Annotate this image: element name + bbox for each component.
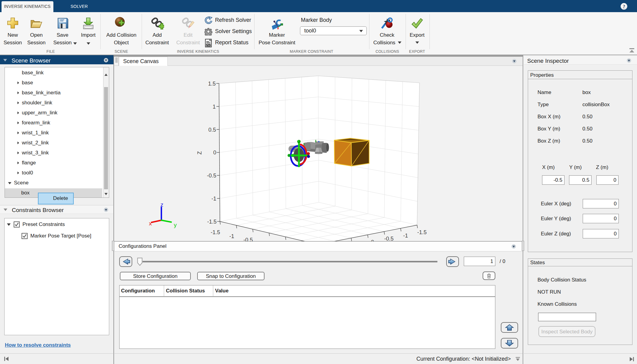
svg-text:0: 0 [213, 150, 216, 156]
svg-text:0: 0 [371, 239, 374, 241]
svg-text:1: 1 [213, 104, 216, 110]
svg-text:-1: -1 [229, 233, 234, 239]
svg-text:?: ? [623, 4, 625, 9]
svg-text:0.5: 0.5 [208, 127, 216, 133]
svg-text:-1: -1 [403, 233, 408, 239]
svg-text:-1.5: -1.5 [417, 229, 426, 235]
svg-text:-0.5: -0.5 [243, 237, 253, 241]
svg-text:z: z [160, 201, 163, 208]
svg-text:-0.5: -0.5 [384, 236, 393, 241]
svg-text:-1.5: -1.5 [211, 229, 220, 235]
svg-text:1.5: 1.5 [208, 81, 216, 87]
svg-text:x: x [149, 220, 152, 227]
svg-text:-1.5: -1.5 [207, 219, 217, 225]
svg-text:y: y [174, 222, 177, 228]
svg-text:-0.5: -0.5 [207, 173, 216, 179]
svg-text:Z: Z [197, 151, 203, 155]
svg-text:-1: -1 [211, 196, 216, 202]
